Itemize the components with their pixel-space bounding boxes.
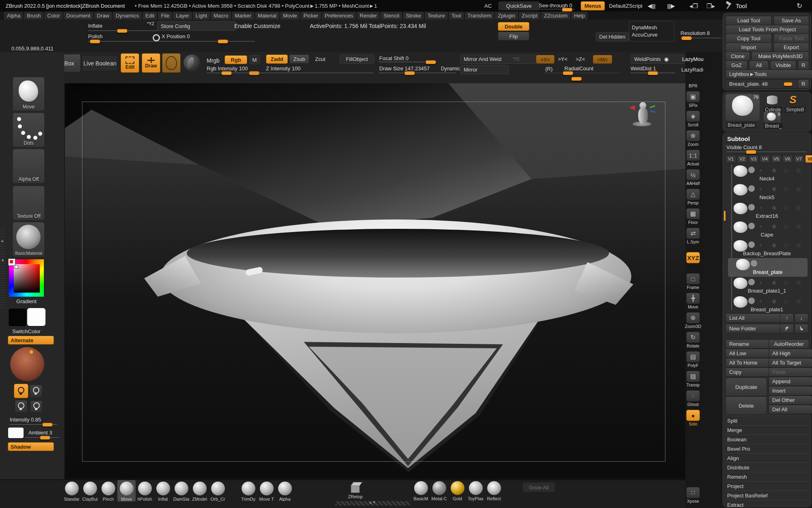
tray-brush-button[interactable]: hPolish [136,480,154,501]
delete-button[interactable]: Delete [726,396,767,415]
texture-selector[interactable]: Texture Off [13,186,45,220]
secondary-color-swatch[interactable] [27,308,45,326]
rename-button[interactable]: Rename [726,339,770,349]
brush-icon[interactable]: ◇ [784,204,788,211]
tray-brush-button[interactable]: Pinch [99,480,117,501]
focal-shift-handle[interactable] [425,60,436,64]
strip-button[interactable]: ● Solo [686,410,700,426]
eye-icon[interactable]: ◉ [772,186,776,192]
polypaint-icon[interactable]: ◐ [760,223,763,229]
menu-item[interactable]: Tool [449,12,464,20]
brush-icon[interactable]: ◇ [784,223,788,229]
strip-button[interactable]: ⇄ L.Sym [686,228,700,244]
divider-handle[interactable] [571,77,582,81]
subtool-op-row[interactable]: Distribute [726,462,810,472]
visibility-icon[interactable]: ◎ [796,279,801,285]
all-to-home-button[interactable]: All To Home [726,358,770,367]
menu-item[interactable]: Zplugin [495,12,518,20]
eye-icon[interactable]: ◉ [772,167,776,173]
menu-item[interactable]: Help [571,12,588,20]
strip-button[interactable]: ⊕ Zoom [686,130,700,147]
menu-item[interactable]: Material [255,12,279,20]
eye-icon[interactable]: ◉ [772,242,776,248]
polypaint-icon[interactable]: ◐ [760,298,763,304]
visibility-icon[interactable]: ◎ [796,223,801,229]
rgb-intensity-handle[interactable] [249,71,259,75]
zretop-button[interactable]: ZRetop [343,481,367,499]
import-button[interactable]: Import [726,43,772,52]
current-color-swatch[interactable] [8,258,15,266]
grow-all-button[interactable]: Grow All [523,483,555,492]
tray-brush-button[interactable]: Standar [63,480,81,501]
visibility-icon[interactable]: ◎ [799,261,803,267]
subtool-row[interactable]: ◐ ◉ ◇ ◎ Neck4 [726,165,808,183]
menu-item[interactable]: Alpha [4,12,23,20]
visibility-icon[interactable]: ◎ [796,242,801,248]
viewport-canvas[interactable] [65,83,685,479]
strip-button[interactable]: BPR [689,83,698,88]
m-mirror-toggle[interactable]: >M< [593,55,612,64]
inflate-handle[interactable] [117,29,127,33]
duplicate-button[interactable]: Duplicate [726,378,767,396]
polish-handle[interactable] [90,39,100,43]
subtool-row[interactable]: ◐ ◉ ◇ ◎ Backup_BreastPlate [726,239,808,258]
load-tool-button[interactable]: Load Tool [726,16,772,25]
quicksave-button[interactable]: QuickSave [498,1,540,11]
alpha-selector[interactable]: Alpha Off [13,149,45,183]
lightbox-tools-button[interactable]: Lightbox►Tools [726,69,812,79]
menu-item[interactable]: Texture [425,12,448,20]
lazy-mouse-label[interactable]: LazyMou [682,56,704,62]
visibility-tab[interactable]: V3 [748,155,759,163]
active-tool-thumbnail[interactable]: 79 [726,94,760,121]
zscript-next-icon[interactable]: ||||▶ [667,3,675,9]
eye-icon[interactable]: ◉ [772,223,776,229]
resolution-handle[interactable] [681,36,692,40]
visibility-icon[interactable]: ◎ [796,186,801,192]
move-in-button[interactable]: ↳ [795,324,808,333]
menu-item[interactable]: Marker [232,12,254,20]
active-tool-slider[interactable]: Breast_plate. 48 [726,79,799,89]
draw-button[interactable]: Draw [142,53,160,73]
copy-subtool-button[interactable]: Copy [726,367,770,377]
shadow-button[interactable]: Shadow [8,442,54,451]
color-picker[interactable] [9,259,44,297]
menu-item[interactable]: Picker [301,12,321,20]
menu-item[interactable]: Render [357,12,380,20]
y-mirror-toggle[interactable]: >Y< [558,56,568,62]
subtool-op-row[interactable]: Extract [726,500,810,508]
default-zscript-label[interactable]: DefaultZScript [609,3,642,9]
subtool-row[interactable]: ◐ ◉ ◇ ◎ Neck5 [726,183,808,202]
strip-button[interactable]: ╋ Move [686,293,700,309]
simple-brush-thumbnail[interactable]: S [785,93,801,106]
tray-material-button[interactable]: Gold [448,480,466,501]
subtool-op-row[interactable]: Remesh [726,472,810,481]
visibility-icon[interactable]: ◎ [796,167,801,173]
zadd-button[interactable]: Zadd [266,54,288,64]
visibility-tab[interactable]: V4 [760,155,770,163]
strip-button[interactable]: ◌ Ghost [686,390,700,407]
visibility-icon[interactable]: ◎ [796,204,801,211]
tray-brush-button[interactable]: Inflat [154,480,172,501]
auto-reorder-button[interactable]: AutoReorder [769,339,809,349]
cylinder-tool-thumbnail[interactable] [764,95,782,106]
enable-customize-label[interactable]: Enable Customize [234,23,281,29]
draw-size-handle[interactable] [404,71,415,75]
live-boolean-button[interactable]: Live Boolean [82,55,118,71]
visibility-tab[interactable]: V1 [726,155,736,163]
menu-item[interactable]: Color [44,12,63,20]
menu-item[interactable]: Edit [143,12,157,20]
zscript-prev-icon[interactable]: ◀|||| [648,3,655,9]
tray-brush-button[interactable]: ZModel [190,480,209,501]
x-position-handle[interactable] [218,39,228,43]
active-tool-slider-handle[interactable] [784,82,793,86]
refresh-icon[interactable]: ↻ [797,2,802,10]
polypaint-icon[interactable]: ◐ [762,261,765,267]
mirror-button[interactable]: Mirror [460,65,509,74]
insert-button[interactable]: Insert [769,386,812,395]
brush-icon[interactable]: ◇ [784,242,788,248]
z-intensity-handle[interactable] [221,71,232,75]
subtool-op-row[interactable]: Bevel Pro [726,444,810,453]
mirror-and-weld-button[interactable]: Mirror And Weld *YZ [460,54,537,64]
menu-item[interactable]: Stroke [403,12,424,20]
dynamic-label[interactable]: Dynamic [441,66,460,72]
